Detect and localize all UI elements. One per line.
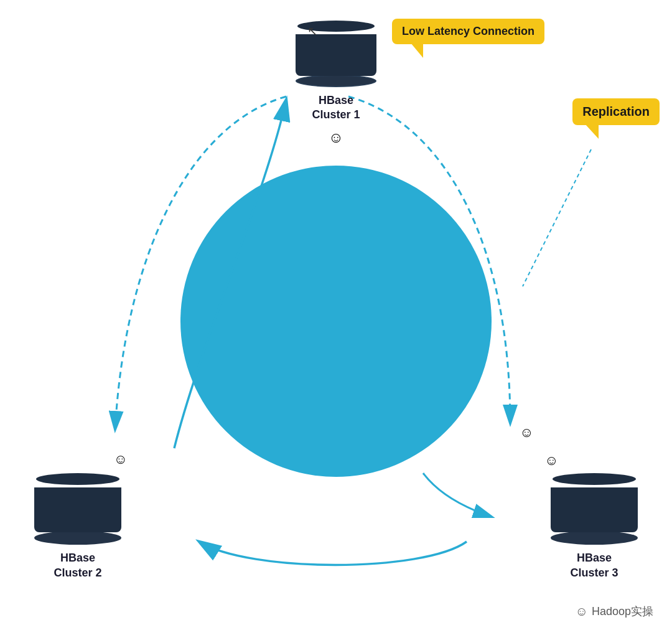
cluster1-label: HBase Cluster 1	[312, 93, 360, 123]
cluster3: HBase Cluster 3 ☺ ☺	[551, 471, 638, 580]
cluster1-cylinder-bottom	[296, 75, 376, 87]
cluster2-smiley: ☺	[114, 451, 128, 468]
cluster2-label: HBase Cluster 2	[54, 551, 101, 580]
cursor-pointer: ↖	[307, 24, 318, 39]
low-latency-callout: Low Latency Connection	[392, 19, 544, 44]
cluster3-smiley-left: ☺	[544, 453, 558, 469]
watermark: ☺ Hadoop实操	[576, 604, 653, 619]
cluster1-smiley: ☺	[329, 129, 344, 146]
cluster3-smiley-top: ☺	[520, 425, 533, 441]
cluster2-cylinder-bottom	[34, 531, 121, 545]
replication-callout: Replication	[572, 98, 660, 125]
cluster1-cylinder-body	[296, 32, 376, 76]
cluster3-cylinder-body	[551, 486, 638, 532]
cluster2-cylinder-body	[34, 486, 121, 532]
svg-line-4	[523, 149, 591, 286]
cluster2: HBase Cluster 2 ☺	[34, 471, 121, 580]
cluster3-cylinder-bottom	[551, 531, 638, 545]
watermark-emoji: ☺	[576, 604, 588, 619]
watermark-text: Hadoop实操	[592, 604, 653, 619]
cluster3-label: HBase Cluster 3	[570, 551, 618, 580]
diagram-container: ↖ HBase Cluster 1 ☺ HBase Cluster 2 ☺	[0, 0, 672, 630]
cluster3-cylinder-top	[551, 471, 638, 487]
cluster2-cylinder-top	[34, 471, 121, 487]
central-circle	[180, 166, 492, 477]
